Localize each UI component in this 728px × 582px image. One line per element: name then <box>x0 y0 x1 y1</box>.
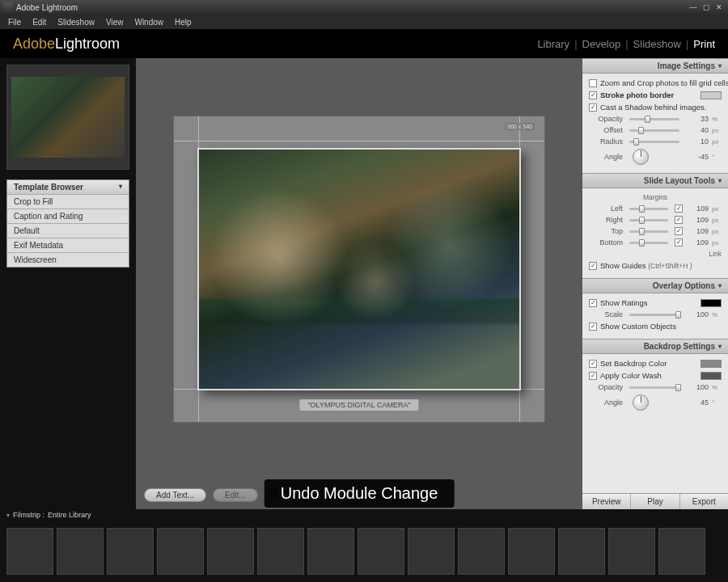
menu-slideshow[interactable]: Slideshow <box>53 16 99 28</box>
nav-library[interactable]: Library <box>537 38 569 50</box>
filmstrip-thumb[interactable] <box>658 528 705 575</box>
filmstrip-thumb[interactable] <box>207 528 254 575</box>
edit-button[interactable]: Edit... <box>213 488 258 502</box>
filmstrip-thumb[interactable] <box>458 528 505 575</box>
margin-bottom-slider[interactable] <box>629 242 668 244</box>
stroke-color-swatch[interactable] <box>700 91 722 99</box>
margin-top-slider[interactable] <box>629 230 668 233</box>
template-item[interactable]: Default <box>7 223 129 238</box>
radius-slider[interactable] <box>629 141 679 143</box>
canvas-area[interactable]: 900 x 540 "OLYMPUS DIGITAL CAMERA" <box>136 58 582 480</box>
filmstrip-thumb[interactable] <box>307 528 354 575</box>
nav-sep: | <box>686 38 688 50</box>
menu-view[interactable]: View <box>101 16 129 28</box>
filmstrip-thumb[interactable] <box>558 528 605 575</box>
margin-left-link-checkbox[interactable] <box>675 205 683 213</box>
close-icon[interactable]: ✕ <box>713 2 725 12</box>
filmstrip-thumb[interactable] <box>257 528 304 575</box>
nav-slideshow[interactable]: Slideshow <box>633 38 681 50</box>
show-guides-checkbox[interactable] <box>589 262 597 270</box>
ratings-color-swatch[interactable] <box>700 299 722 307</box>
nav-print[interactable]: Print <box>693 38 715 50</box>
template-item[interactable]: Exif Metadata <box>7 238 129 252</box>
window-title: Adobe Lightroom <box>16 3 688 12</box>
backdrop-header[interactable]: Backdrop Settings▾ <box>582 339 728 354</box>
filmstrip-thumb[interactable] <box>107 528 154 575</box>
offset-slider[interactable] <box>629 129 679 132</box>
scale-slider[interactable] <box>629 314 679 316</box>
template-item[interactable]: Widescreen <box>7 252 129 267</box>
wash-opacity-value: 100 <box>686 383 709 391</box>
menu-edit[interactable]: Edit <box>28 16 51 28</box>
slide-frame[interactable]: 900 x 540 "OLYMPUS DIGITAL CAMERA" <box>173 116 545 423</box>
zoom-crop-checkbox[interactable] <box>589 79 597 87</box>
image-settings-header[interactable]: Image Settings▾ <box>582 58 728 74</box>
filmstrip-thumb[interactable] <box>508 528 555 575</box>
angle-label: Angle <box>589 153 623 161</box>
menu-file[interactable]: File <box>3 16 26 28</box>
main: Template Browser ▾ Crop to Fill Caption … <box>0 58 728 509</box>
margin-bottom-value: 109 <box>686 238 709 247</box>
color-wash-swatch[interactable] <box>700 372 722 380</box>
filmstrip-scope[interactable]: Entire Library <box>48 511 91 519</box>
export-button[interactable]: Export <box>679 494 728 509</box>
filmstrip-thumb[interactable] <box>57 528 104 575</box>
color-wash-checkbox[interactable] <box>589 372 597 380</box>
image-settings-body: Zoom and Crop photos to fill grid cells.… <box>582 74 728 173</box>
stroke-checkbox[interactable] <box>589 91 597 99</box>
slide-photo[interactable] <box>197 148 521 390</box>
filmstrip-thumb[interactable] <box>608 528 655 575</box>
color-wash-label: Apply Color Wash <box>600 371 662 380</box>
template-item[interactable]: Crop to Fill <box>7 194 129 209</box>
backdrop-color-swatch[interactable] <box>700 360 722 368</box>
margin-left-slider[interactable] <box>629 208 668 210</box>
custom-objects-checkbox[interactable] <box>589 323 597 331</box>
shadow-checkbox[interactable] <box>589 103 597 112</box>
nav-develop[interactable]: Develop <box>582 38 621 50</box>
slide-caption[interactable]: "OLYMPUS DIGITAL CAMERA" <box>299 399 418 411</box>
logo: AdobeLightroom <box>13 36 120 53</box>
maximize-icon[interactable]: ▢ <box>700 2 712 12</box>
filmstrip-thumb[interactable] <box>408 528 455 575</box>
show-ratings-checkbox[interactable] <box>589 299 597 307</box>
filmstrip-thumb[interactable] <box>157 528 204 575</box>
margin-top-label: Top <box>589 227 623 235</box>
template-browser-title: Template Browser <box>14 183 83 192</box>
angle-dial[interactable] <box>633 149 649 165</box>
link-label: Link <box>709 250 722 258</box>
filmstrip[interactable] <box>0 521 728 582</box>
preview-image <box>11 77 125 158</box>
template-item[interactable]: Caption and Rating <box>7 209 129 223</box>
logo-lightroom: Lightroom <box>55 36 120 52</box>
backdrop-color-checkbox[interactable] <box>589 360 597 368</box>
margin-bottom-link-checkbox[interactable] <box>675 238 683 247</box>
custom-objects-label: Show Custom Objects <box>600 322 676 331</box>
margin-right-link-checkbox[interactable] <box>675 216 683 224</box>
filmstrip-thumb[interactable] <box>6 528 53 575</box>
menu-window[interactable]: Window <box>129 16 168 28</box>
wash-angle-dial[interactable] <box>633 394 649 411</box>
show-ratings-label: Show Ratings <box>600 298 648 307</box>
layout-header[interactable]: Slide Layout Tools▾ <box>582 173 728 188</box>
scale-label: Scale <box>589 310 623 318</box>
play-button[interactable]: Play <box>630 494 679 509</box>
overlay-header[interactable]: Overlay Options▾ <box>582 278 728 293</box>
collapse-icon[interactable]: ▾ <box>119 183 122 192</box>
filmstrip-expand-icon[interactable]: ▾ <box>6 512 10 519</box>
filmstrip-thumb[interactable] <box>358 528 404 575</box>
offset-label: Offset <box>589 126 623 134</box>
margin-right-slider[interactable] <box>629 219 668 221</box>
center-canvas: 900 x 540 "OLYMPUS DIGITAL CAMERA" Add T… <box>136 58 582 509</box>
app-header: AdobeLightroom Library | Develop | Slide… <box>0 29 728 58</box>
add-text-button[interactable]: Add Text... <box>144 488 206 502</box>
template-browser-header[interactable]: Template Browser ▾ <box>7 180 129 194</box>
guide-top[interactable] <box>174 141 544 141</box>
opacity-slider[interactable] <box>629 118 679 120</box>
preview-button[interactable]: Preview <box>582 494 630 509</box>
scale-value: 100 <box>686 310 709 318</box>
margin-top-link-checkbox[interactable] <box>675 227 683 235</box>
wash-opacity-slider[interactable] <box>629 386 679 389</box>
shadow-label: Cast a Shadow behind images. <box>600 103 707 112</box>
menu-help[interactable]: Help <box>170 16 197 28</box>
minimize-icon[interactable]: — <box>688 2 699 12</box>
